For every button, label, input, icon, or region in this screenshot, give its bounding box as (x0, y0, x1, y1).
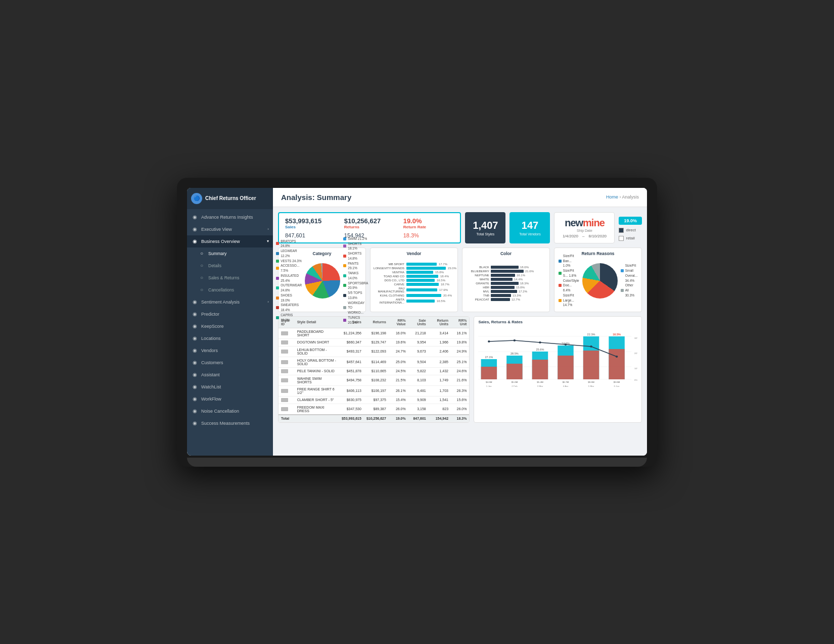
retail-check[interactable] (619, 236, 624, 241)
sidebar-item-business-overview[interactable]: ◉ Business Overview ▾ (187, 235, 273, 247)
laptop-outer: 🔵 Chief Returns Officer ◉ Advance Return… (177, 178, 657, 467)
cell-sale-units: 8,103 (408, 375, 429, 385)
sidebar-logo: 🔵 Chief Returns Officer (187, 188, 273, 209)
customers-icon: ◉ (191, 359, 198, 366)
breadcrumb-home[interactable]: Home (606, 194, 618, 200)
sales-chart-title: Sales, Returns & Rates (478, 320, 637, 324)
total-sale-units: 847,601 (408, 415, 429, 422)
sidebar-item-sentiment[interactable]: ◉ Sentiment Analysis › (187, 296, 273, 308)
cell-sale-units: 6,481 (408, 385, 429, 396)
cancellations-label: Cancellations (208, 287, 234, 292)
page-title: Analysis: Summary (281, 193, 351, 202)
sidebar-item-success-measurements[interactable]: ◉ Success Measurements (187, 417, 273, 429)
total-vendors-label: Total Vendors (517, 232, 543, 236)
color-fill-mvl (491, 290, 517, 293)
sidebar-logo-text: Chief Returns Officer (205, 195, 256, 201)
sidebar-item-assistant[interactable]: ◉ Assistant (187, 369, 273, 381)
sidebar-item-sales-returns[interactable]: ○ Sales & Returns (187, 272, 273, 284)
direct-checkbox[interactable]: direct (619, 228, 642, 233)
sidebar-item-customers[interactable]: ◉ Customers (187, 357, 273, 369)
color-fill-granite (491, 282, 519, 285)
table-row: FREE RANGE SHIRT 6 1/2" $406,113 $106,19… (279, 385, 469, 396)
bar-fill-carve (406, 283, 439, 286)
retail-checkbox[interactable]: retail (619, 236, 642, 241)
svg-text:6 Jun: 6 Jun (614, 385, 620, 387)
business-overview-arrow: ▾ (267, 239, 269, 243)
color-fill-neptune (491, 274, 515, 277)
category-pie (305, 263, 340, 299)
cell-rr-unit: 26.0% (451, 404, 469, 415)
dot-color-style (559, 284, 562, 287)
main-content: Analysis: Summary Home › Analysis $53,99… (273, 188, 647, 456)
sidebar-item-locations[interactable]: ◉ Locations (187, 332, 273, 344)
cell-style-id (279, 346, 295, 357)
cell-style-id (279, 404, 295, 415)
dot-insulated (276, 277, 279, 280)
cell-return-units: 2,406 (429, 346, 451, 357)
assistant-icon: ◉ (191, 371, 198, 378)
sidebar-item-executive-view[interactable]: ◉ Executive View › (187, 223, 273, 235)
vendor-bar-chart: MB SPORT 17.7% LONGEVITY BRANDS 23.0% (372, 263, 456, 304)
rate-sub-value: 18.3% (403, 232, 454, 238)
breadcrumb: Home › Analysis (606, 194, 639, 200)
cell-sales: $630,975 (339, 396, 364, 404)
bar-mbsport: MB SPORT 17.7% (372, 263, 456, 266)
dot-accesso (276, 267, 279, 270)
svg-text:24.3%: 24.3% (562, 342, 570, 345)
cell-return-units: 823 (429, 404, 451, 415)
color-fill-hbr (491, 286, 515, 289)
return-reasons-legend-left: Size/Fit Ban... 1.0% Size/Fit S... 1.8% … (559, 254, 579, 308)
returns-label: Returns (344, 225, 395, 229)
table-row: WAHINE SWIM SHORTS $494,758 $108,232 21.… (279, 375, 469, 385)
cell-style-detail: PELE TANKINI - SOLID (295, 367, 339, 375)
total-return-units: 154,942 (429, 415, 451, 422)
cell-return-units: 1,966 (429, 338, 451, 346)
color-white: WHITE 14.4% (467, 278, 545, 281)
cell-sale-units: 5,822 (408, 367, 429, 375)
cell-style-detail: HOLY GRAIL BOTTOM - SOLID (295, 357, 339, 367)
cell-sale-units: 3,158 (408, 404, 429, 415)
cell-return-units: 2,385 (429, 357, 451, 367)
color-fill-peacoat (491, 298, 510, 301)
assistant-label: Assistant (201, 372, 220, 377)
sidebar-item-cancellations[interactable]: ○ Cancellations (187, 284, 273, 296)
chart-vendor: Vendor MB SPORT 17.7% LONGEVITY BRANDS (370, 247, 458, 312)
legend-sizefit-s: Size/Fit S... 1.8% (559, 268, 579, 278)
sidebar-item-details[interactable]: ○ Details (187, 260, 273, 272)
sidebar-item-noise-cancellation[interactable]: ◉ Noise Cancellation (187, 405, 273, 417)
legend-legwear: LEGWEAR 12.2% (276, 249, 302, 259)
total-rr-val: 19.0% (389, 415, 408, 422)
direct-check[interactable] (619, 228, 624, 233)
color-tnb: TNB 13.3% (467, 294, 545, 297)
color-black: BLACK 18.6% (467, 266, 545, 269)
dot-sizefit-large (559, 299, 562, 302)
legend-color-style: Color/Style Doe... 6.4% (559, 278, 579, 293)
sidebar-item-vendors[interactable]: ◉ Vendors (187, 344, 273, 357)
svg-text:3 Mar: 3 Mar (537, 385, 543, 387)
sidebar-item-watchlist[interactable]: ◉ WatchList (187, 381, 273, 393)
breadcrumb-separator: › (619, 194, 621, 200)
legend-tunics: TUNICS 20.1% (343, 315, 368, 325)
color-blueberry: BLUEBERRY 21.6% (467, 270, 545, 273)
svg-rect-11 (507, 364, 523, 379)
sidebar-item-advance-returns[interactable]: ◉ Advance Returns Insights (187, 211, 273, 223)
dot-sizefit-s (559, 272, 562, 275)
sidebar-item-workflow[interactable]: ◉ WorkFlow (187, 393, 273, 405)
sales-chart-area: 27.1% 28.5% 25.6% 24.3% 22.3% 16.5% $4.6… (478, 326, 637, 387)
rate-filter-card: 19.0% direct retail (619, 212, 642, 243)
cell-rr-val: 24.5% (389, 367, 408, 375)
cell-returns: $89,387 (364, 404, 389, 415)
legend-workday: WORKDAY TO WORKO... (343, 301, 368, 315)
chart-color: Color BLACK 18.6% BLUEBERRY (462, 247, 550, 312)
sidebar-item-summary[interactable]: ○ Summary (187, 247, 273, 260)
cell-return-units: 1,541 (429, 396, 451, 404)
bar-fill-anita (406, 300, 435, 303)
bar-fill-ventra (406, 271, 433, 274)
cell-sales: $494,758 (339, 375, 364, 385)
color-fill-tnb (491, 294, 511, 297)
summary-icon: ○ (198, 250, 205, 257)
legend-shorts2: SHORTS 14.8% (343, 251, 368, 261)
svg-text:10%: 10% (634, 367, 637, 370)
sidebar-item-predictor[interactable]: ◉ Predictor (187, 308, 273, 320)
sidebar-item-keepscore[interactable]: ◉ KeepScore (187, 320, 273, 332)
